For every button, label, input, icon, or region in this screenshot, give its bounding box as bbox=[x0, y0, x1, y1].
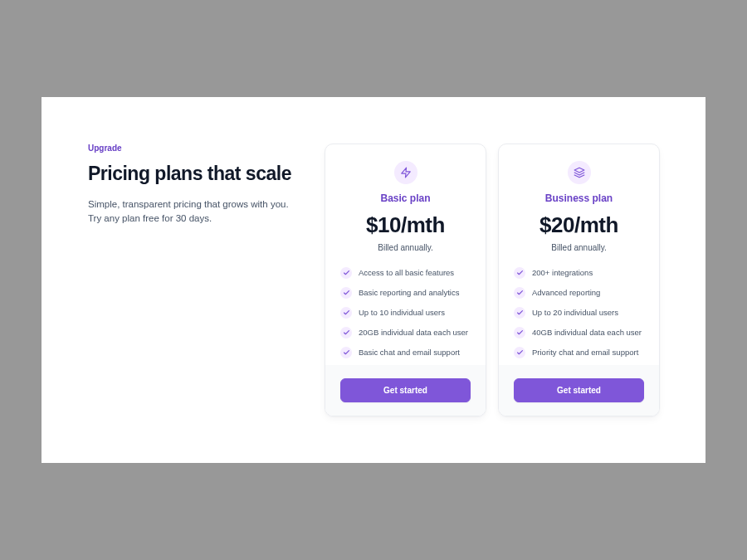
svg-marker-0 bbox=[401, 168, 410, 178]
get-started-button[interactable]: Get started bbox=[514, 378, 644, 402]
check-icon bbox=[340, 287, 352, 299]
list-item: Basic reporting and analytics bbox=[340, 287, 471, 299]
feature-text: 200+ integrations bbox=[532, 267, 593, 278]
card-footer: Get started bbox=[499, 365, 659, 416]
list-item: 200+ integrations bbox=[514, 267, 644, 279]
page-title: Pricing plans that scale bbox=[88, 163, 291, 186]
plan-price: $20/mth bbox=[540, 212, 618, 238]
supporting-text: Simple, transparent pricing that grows w… bbox=[88, 197, 291, 227]
list-item: Access to all basic features bbox=[340, 267, 471, 279]
check-icon bbox=[514, 267, 525, 279]
feature-text: Basic chat and email support bbox=[359, 347, 460, 358]
feature-text: Advanced reporting bbox=[532, 287, 600, 298]
feature-text: Up to 20 individual users bbox=[532, 307, 618, 318]
list-item: Priority chat and email support bbox=[514, 347, 644, 358]
list-item: 40GB individual data each user bbox=[514, 327, 644, 338]
list-item: 20GB individual data each user bbox=[340, 327, 471, 338]
plan-name: Business plan bbox=[545, 192, 613, 204]
header-section: Upgrade Pricing plans that scale Simple,… bbox=[88, 144, 291, 416]
feature-text: Access to all basic features bbox=[359, 267, 454, 278]
get-started-button[interactable]: Get started bbox=[340, 378, 471, 402]
feature-text: Up to 10 individual users bbox=[359, 307, 445, 318]
pricing-cards: Basic plan $10/mth Billed annually. Acce… bbox=[325, 144, 660, 416]
billing-note: Billed annually. bbox=[551, 243, 607, 252]
zap-icon bbox=[394, 161, 417, 184]
feature-text: 20GB individual data each user bbox=[359, 327, 468, 338]
check-icon bbox=[514, 287, 525, 299]
plan-name: Basic plan bbox=[380, 192, 430, 204]
check-icon bbox=[514, 327, 525, 338]
check-icon bbox=[340, 267, 352, 279]
layers-icon bbox=[568, 161, 591, 184]
feature-text: Basic reporting and analytics bbox=[359, 287, 459, 298]
check-icon bbox=[340, 327, 352, 338]
card-header: Basic plan $10/mth Billed annually. bbox=[325, 144, 486, 267]
check-icon bbox=[514, 347, 525, 358]
feature-list: 200+ integrations Advanced reporting Up … bbox=[499, 267, 659, 365]
check-icon bbox=[340, 347, 352, 358]
feature-list: Access to all basic features Basic repor… bbox=[325, 267, 486, 365]
svg-marker-1 bbox=[574, 168, 584, 173]
pricing-card-basic: Basic plan $10/mth Billed annually. Acce… bbox=[325, 144, 486, 416]
check-icon bbox=[340, 307, 352, 319]
list-item: Advanced reporting bbox=[514, 287, 644, 299]
pricing-card-business: Business plan $20/mth Billed annually. 2… bbox=[498, 144, 660, 416]
check-icon bbox=[514, 307, 525, 319]
card-footer: Get started bbox=[325, 365, 486, 416]
billing-note: Billed annually. bbox=[378, 243, 433, 252]
subheading: Upgrade bbox=[88, 144, 291, 153]
plan-price: $10/mth bbox=[366, 212, 445, 238]
feature-text: Priority chat and email support bbox=[532, 347, 638, 358]
list-item: Up to 10 individual users bbox=[340, 307, 471, 319]
feature-text: 40GB individual data each user bbox=[532, 327, 642, 338]
list-item: Basic chat and email support bbox=[340, 347, 471, 358]
list-item: Up to 20 individual users bbox=[514, 307, 644, 319]
pricing-container: Upgrade Pricing plans that scale Simple,… bbox=[42, 97, 706, 463]
card-header: Business plan $20/mth Billed annually. bbox=[499, 144, 659, 267]
